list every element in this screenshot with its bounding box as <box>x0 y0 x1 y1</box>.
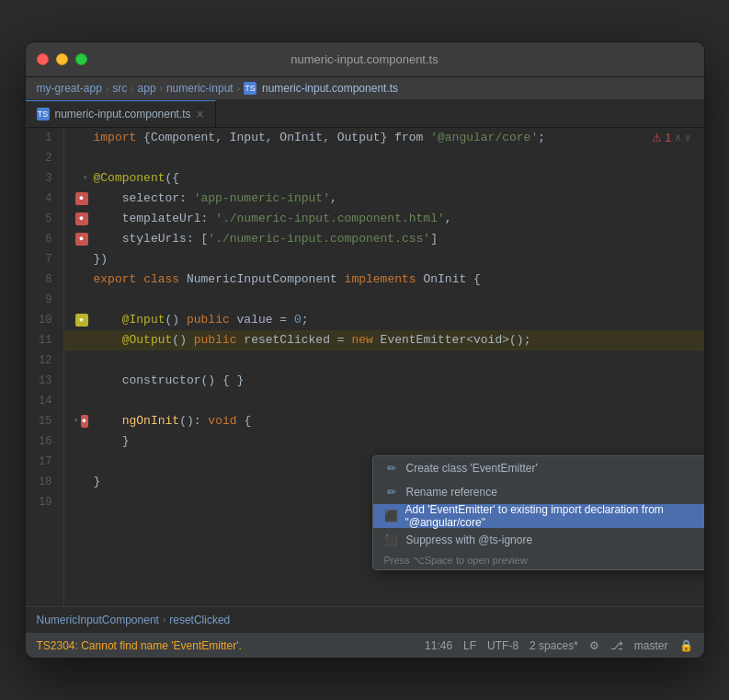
maximize-button[interactable] <box>75 53 87 65</box>
ln-11: 11 <box>37 330 52 350</box>
token: }) <box>94 249 108 270</box>
gutter-6: ● <box>74 233 94 246</box>
breadcrumb-item-file[interactable]: numeric-input.component.ts <box>262 82 398 95</box>
ln-12: 12 <box>37 350 52 371</box>
token: {Component, Input, OnInit, Output} <box>136 128 394 148</box>
token: @Component <box>94 168 165 189</box>
ln-9: 9 <box>37 290 52 310</box>
footer-sep: › <box>163 614 165 625</box>
menu-item-label: Suppress with @ts-ignore <box>406 534 533 546</box>
token <box>179 270 187 290</box>
token: ] <box>430 229 438 249</box>
ln-4: 4 <box>37 189 52 209</box>
token <box>94 411 122 431</box>
token: NumericInputComponent <box>187 270 337 290</box>
token: { <box>466 270 481 290</box>
status-position[interactable]: 11:46 <box>425 639 452 652</box>
token <box>337 270 345 290</box>
token: constructor() { } <box>94 371 245 391</box>
token: @Output <box>122 330 173 350</box>
token: () <box>165 310 187 330</box>
status-indent[interactable]: 2 spaces* <box>530 639 578 652</box>
context-menu: ✏ Create class 'EventEmitter' ▶ ✏ Rename… <box>372 455 704 570</box>
tab-close-button[interactable]: × <box>197 107 204 121</box>
gutter-icon-15: ● <box>81 415 88 428</box>
breadcrumb-sep-4: › <box>237 84 240 94</box>
footer-member[interactable]: resetClicked <box>169 614 230 626</box>
status-error-text[interactable]: TS2304: Cannot find name 'EventEmitter'. <box>37 639 242 652</box>
token: './numeric-input.component.html' <box>215 209 445 229</box>
footer-breadcrumb: NumericInputComponent › resetClicked <box>26 606 704 632</box>
footer-class[interactable]: NumericInputComponent <box>37 614 159 626</box>
fold-15[interactable]: ▾ <box>74 411 79 431</box>
gutter-4: ● <box>74 192 94 205</box>
token: { <box>237 411 252 431</box>
breadcrumb-sep-1: › <box>106 84 108 94</box>
window-title: numeric-input.component.ts <box>290 52 438 66</box>
token: void <box>208 411 236 431</box>
menu-item-add-import[interactable]: ⬛ Add 'EventEmitter' to existing import … <box>373 504 704 528</box>
menu-item-suppress[interactable]: ⬛ Suppress with @ts-ignore <box>373 528 704 552</box>
code-line-10: ★ @Input () public value = 0 ; <box>64 310 704 330</box>
token: new <box>351 330 372 350</box>
gutter-icon-5: ● <box>75 212 88 225</box>
token <box>373 330 381 350</box>
token-from: from <box>394 128 423 148</box>
gutter-3: ▾ <box>74 168 94 189</box>
token: @Input <box>94 310 165 330</box>
code-line-11: @Output () public resetClicked = new Eve… <box>64 330 704 350</box>
token: } <box>94 472 101 492</box>
breadcrumb-sep-2: › <box>131 84 133 94</box>
close-button[interactable] <box>37 53 49 65</box>
code-line-3: ▾ @Component ({ <box>64 168 704 189</box>
ln-1: 1 <box>37 128 52 148</box>
collapse-icon[interactable]: ∨ <box>685 128 691 148</box>
status-bar: TS2304: Cannot find name 'EventEmitter'.… <box>26 632 704 658</box>
add-import-icon: ⬛ <box>384 510 398 522</box>
ln-5: 5 <box>37 209 52 229</box>
token: public <box>187 310 230 330</box>
token: OnInit <box>423 270 466 290</box>
ln-18: 18 <box>37 472 52 492</box>
token: () <box>172 330 193 350</box>
breadcrumb-item-numeric[interactable]: numeric-input <box>166 82 234 95</box>
gutter-icon-6: ● <box>75 233 88 246</box>
code-area[interactable]: import {Component, Input, OnInit, Output… <box>64 128 704 606</box>
ln-19: 19 <box>37 492 52 512</box>
status-lf[interactable]: LF <box>463 639 476 652</box>
token: , <box>330 189 337 209</box>
editor-container: 1 2 3 4 5 6 7 8 9 10 11 12 13 14 15 16 1… <box>26 128 704 606</box>
token: class <box>143 270 179 290</box>
token: value = <box>230 310 294 330</box>
status-vcs-branch[interactable]: master <box>634 639 668 652</box>
status-charset[interactable]: UTF-8 <box>487 639 518 652</box>
ln-3: 3 <box>37 168 52 189</box>
title-bar: numeric-input.component.ts <box>26 42 704 77</box>
minimize-button[interactable] <box>56 53 68 65</box>
token: public <box>194 330 237 350</box>
breadcrumb-item-appdir[interactable]: app <box>138 82 156 95</box>
line-numbers: 1 2 3 4 5 6 7 8 9 10 11 12 13 14 15 16 1… <box>26 128 64 606</box>
token: '@angular/core' <box>430 128 538 148</box>
breadcrumb-file-icon: TS <box>244 82 256 95</box>
expand-icon[interactable]: ∧ <box>675 128 681 148</box>
code-line-9 <box>64 290 704 310</box>
gutter-15: ▾ ● <box>74 411 94 431</box>
token <box>94 330 122 350</box>
breadcrumb-item-app[interactable]: my-great-app <box>37 82 102 95</box>
ln-15: 15 <box>37 411 52 431</box>
token: ngOnInit <box>122 411 179 431</box>
code-line-2 <box>64 148 704 168</box>
code-line-1: import {Component, Input, OnInit, Output… <box>64 128 704 148</box>
menu-item-create-class[interactable]: ✏ Create class 'EventEmitter' ▶ <box>373 456 704 480</box>
gutter-10: ★ <box>74 314 94 327</box>
token: 0 <box>294 310 302 330</box>
suppress-icon: ⬛ <box>384 534 399 546</box>
tab-numeric-input[interactable]: TS numeric-input.component.ts × <box>26 100 216 127</box>
create-class-icon: ✏ <box>384 462 399 475</box>
token: styleUrls: [ <box>94 229 209 249</box>
code-line-14 <box>64 391 704 411</box>
fold-3[interactable]: ▾ <box>82 168 87 189</box>
menu-item-rename[interactable]: ✏ Rename reference ▶ <box>373 480 704 504</box>
breadcrumb-item-src[interactable]: src <box>112 82 127 95</box>
